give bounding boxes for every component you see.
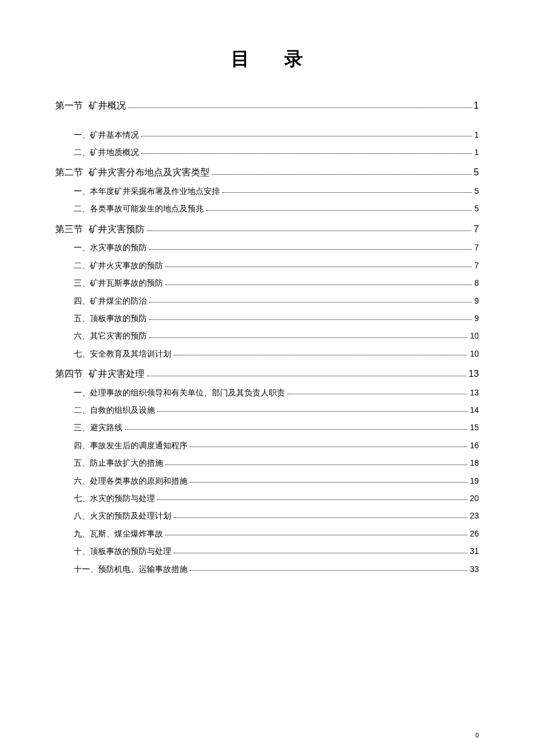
sub-item-text: 一、处理事故的组织领导和有关单位、部门及其负责人职责: [74, 387, 285, 399]
sub-item-page: 19: [470, 474, 479, 487]
sub-item-page: 33: [470, 563, 479, 575]
toc-sub-item: 一、矿井基本情况1: [55, 128, 479, 142]
sub-item-page: 15: [470, 421, 479, 434]
leader-dots: [157, 499, 467, 500]
leader-dots: [222, 192, 472, 193]
footer-page-number: 0: [475, 732, 479, 739]
leader-dots: [206, 210, 472, 211]
sub-item-text: 三、避灾路线: [74, 422, 122, 434]
sub-item-text: 九、瓦斯、煤尘爆炸事故: [74, 528, 163, 541]
sub-item-text: 二、矿井地质概况: [74, 146, 139, 159]
toc-sub-item: 八、火灾的预防及处理计划23: [55, 509, 479, 523]
toc-sub-item: 一、处理事故的组织领导和有关单位、部门及其负责人职责13: [55, 386, 479, 399]
sub-item-text: 五、顶板事故的预防: [74, 312, 147, 325]
leader-dots: [147, 376, 466, 376]
sub-item-text: 一、水灾事故的预防: [74, 242, 147, 254]
leader-dots: [149, 302, 472, 303]
leader-dots: [190, 482, 467, 483]
toc-sub-item: 二、自救的组织及设施14: [55, 404, 479, 417]
leader-dots: [165, 267, 472, 267]
leader-dots: [212, 174, 471, 175]
sub-item-text: 六、其它灾害的预防: [74, 330, 147, 343]
toc-sub-item: 十一、预防机电、运输事故措施33: [55, 563, 479, 576]
sub-item-page: 13: [470, 386, 479, 399]
sub-item-text: 一、矿井基本情况: [74, 129, 139, 142]
leader-dots: [165, 465, 467, 465]
toc-sub-item: 一、本年度矿井采掘布署及作业地点安排5: [55, 185, 479, 198]
toc-sub-item: 一、水灾事故的预防7: [55, 241, 479, 254]
toc-sub-item: 六、其它灾害的预防10: [55, 329, 479, 343]
table-of-contents: 第一节矿井概况1一、矿井基本情况1二、矿井地质概况1第二节矿井灾害分布地点及灾害…: [55, 98, 479, 576]
sub-item-page: 18: [470, 456, 479, 469]
leader-dots: [174, 355, 467, 355]
sub-item-page: 7: [474, 259, 479, 272]
sub-item-page: 10: [470, 347, 479, 360]
section-page: 1: [474, 98, 479, 113]
sub-item-page: 23: [470, 509, 479, 522]
leader-dots: [128, 107, 471, 108]
toc-section: 第四节矿井灾害处理13一、处理事故的组织领导和有关单位、部门及其负责人职责13二…: [55, 366, 479, 576]
toc-section-heading: 第四节矿井灾害处理13: [55, 366, 479, 381]
sub-item-page: 20: [470, 492, 479, 505]
sub-item-text: 七、水灾的预防与处理: [74, 492, 155, 505]
sub-item-text: 二、各类事故可能发生的地点及预兆: [74, 203, 204, 215]
section-label: 第三节: [55, 222, 83, 237]
sub-item-page: 10: [470, 329, 479, 342]
sub-item-text: 二、自救的组织及设施: [74, 404, 155, 417]
sub-item-text: 三、矿井瓦斯事故的预防: [74, 277, 163, 290]
sub-item-text: 十、顶板事故的预防与处理: [74, 545, 171, 558]
section-label: 第四节: [55, 366, 83, 381]
section-page: 7: [474, 222, 479, 237]
section-label: 第一节: [55, 98, 83, 113]
leader-dots: [149, 337, 467, 338]
toc-sub-item: 四、矿井煤尘的防治9: [55, 294, 479, 308]
leader-dots: [190, 447, 467, 447]
sub-item-text: 四、事故发生后的调度通知程序: [74, 440, 187, 452]
section-name: 矿井灾害处理: [89, 366, 145, 381]
leader-dots: [174, 517, 467, 518]
section-name: 矿井概况: [89, 98, 126, 113]
toc-section-heading: 第二节矿井灾害分布地点及灾害类型5: [55, 165, 479, 180]
sub-item-page: 1: [474, 146, 479, 159]
leader-dots: [149, 319, 472, 320]
toc-sub-item: 二、矿井火灾事故的预防7: [55, 259, 479, 272]
section-name: 矿井灾害预防: [89, 222, 145, 237]
sub-item-page: 26: [470, 527, 479, 540]
toc-sub-item: 十、顶板事故的预防与处理31: [55, 545, 479, 558]
toc-sub-item: 七、安全教育及其培训计划10: [55, 347, 479, 361]
section-page: 13: [468, 366, 479, 381]
toc-sub-item: 五、顶板事故的预防9: [55, 312, 479, 325]
leader-dots: [149, 249, 472, 250]
toc-section: 第二节矿井灾害分布地点及灾害类型5一、本年度矿井采掘布署及作业地点安排5二、各类…: [55, 165, 479, 215]
leader-dots: [190, 570, 467, 571]
toc-section-heading: 第三节矿井灾害预防7: [55, 222, 479, 237]
sub-item-text: 八、火灾的预防及处理计划: [74, 510, 171, 523]
toc-sub-item: 二、各类事故可能发生的地点及预兆5: [55, 202, 479, 215]
leader-dots: [165, 285, 472, 285]
sub-item-text: 二、矿井火灾事故的预防: [74, 260, 163, 272]
sub-item-page: 8: [474, 276, 479, 289]
toc-section: 第三节矿井灾害预防7一、水灾事故的预防7二、矿井火灾事故的预防7三、矿井瓦斯事故…: [55, 222, 479, 361]
sub-item-page: 14: [470, 404, 479, 416]
toc-section: 第一节矿井概况1一、矿井基本情况1二、矿井地质概况1: [55, 98, 479, 159]
sub-item-text: 一、本年度矿井采掘布署及作业地点安排: [74, 185, 220, 198]
sub-item-text: 十一、预防机电、运输事故措施: [74, 563, 187, 576]
toc-sub-item: 三、矿井瓦斯事故的预防8: [55, 276, 479, 290]
toc-sub-item: 九、瓦斯、煤尘爆炸事故26: [55, 527, 479, 541]
sub-item-page: 1: [474, 128, 479, 141]
sub-item-page: 16: [470, 439, 479, 452]
sub-item-page: 5: [474, 185, 479, 197]
toc-sub-item: 二、矿井地质概况1: [55, 146, 479, 159]
toc-section-heading: 第一节矿井概况1: [55, 98, 479, 113]
leader-dots: [287, 394, 467, 394]
toc-sub-item: 三、避灾路线15: [55, 421, 479, 434]
leader-dots: [174, 553, 467, 553]
leader-dots: [147, 231, 471, 231]
doc-title: 目录: [55, 46, 479, 72]
leader-dots: [141, 136, 472, 136]
sub-item-page: 5: [474, 202, 479, 215]
leader-dots: [157, 411, 467, 412]
toc-sub-item: 七、水灾的预防与处理20: [55, 492, 479, 505]
section-page: 5: [474, 165, 479, 180]
sub-item-page: 31: [470, 545, 479, 557]
